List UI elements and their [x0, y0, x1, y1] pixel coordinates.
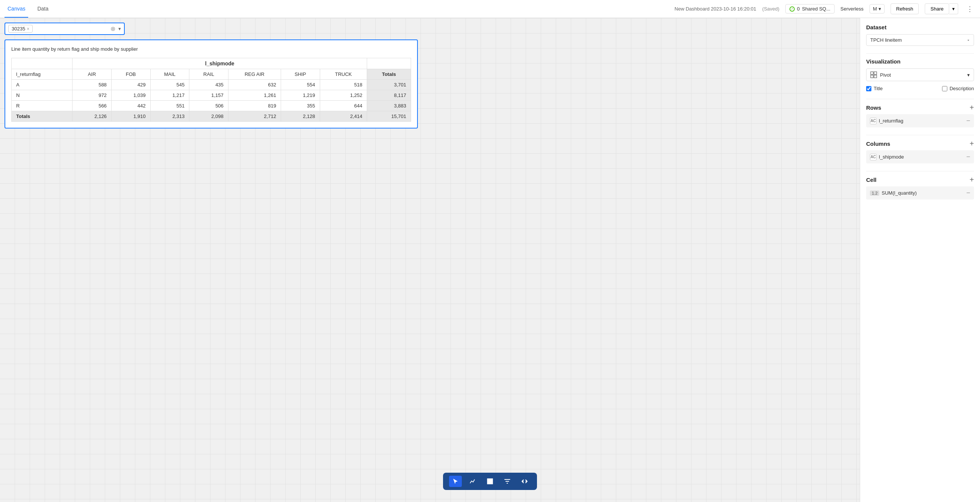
col-span-header: l_shipmode: [73, 58, 367, 69]
status-name: Shared SQ...: [802, 6, 830, 12]
data-cell: 3,883: [367, 101, 411, 111]
data-cell: 1,252: [320, 90, 367, 101]
col-header-row: l_shipmode: [12, 58, 411, 69]
cell-title: Cell: [866, 176, 877, 183]
dataset-section: Dataset TPCH lineitem: [866, 24, 974, 46]
select-tool-button[interactable]: [449, 476, 462, 487]
title-checkbox[interactable]: [866, 86, 872, 91]
dashboard-title: New Dashboard 2023-10-16 16:20:01: [675, 6, 756, 12]
share-button[interactable]: Share: [925, 3, 949, 14]
columns-title: Columns: [866, 141, 890, 147]
code-icon: [521, 478, 528, 485]
status-count: 0: [797, 6, 800, 12]
cell-badge: 1.2: [870, 191, 879, 196]
table-tool-button[interactable]: [484, 476, 496, 487]
svg-rect-0: [871, 72, 873, 75]
columns-remove-button[interactable]: −: [966, 153, 970, 161]
rows-title: Rows: [866, 105, 881, 111]
data-cell: 545: [150, 79, 189, 90]
columns-item-label: AC l_shipmode: [870, 154, 904, 160]
data-cell: 1,261: [228, 90, 281, 101]
data-cell: 554: [281, 79, 320, 90]
table-icon: [487, 478, 493, 485]
rows-header: Rows +: [866, 104, 974, 111]
description-label: Description: [950, 86, 974, 91]
rows-add-button[interactable]: +: [969, 104, 974, 111]
filter-arrow-icon[interactable]: ▾: [118, 26, 121, 32]
row-label-cell: N: [12, 90, 73, 101]
data-cell: 1,219: [281, 90, 320, 101]
rows-item-0: AC l_returnflag −: [866, 114, 974, 127]
tab-canvas[interactable]: Canvas: [5, 0, 28, 17]
data-cell: 644: [320, 101, 367, 111]
totals-label-cell: Totals: [12, 111, 73, 122]
more-options-button[interactable]: ⋮: [964, 3, 975, 15]
totals-data-cell: 2,414: [320, 111, 367, 122]
data-cell: 1,217: [150, 90, 189, 101]
description-checkbox[interactable]: [942, 86, 947, 91]
filter-tag-close-icon[interactable]: ×: [27, 26, 29, 32]
svg-rect-3: [874, 75, 877, 78]
filter-clear-icon[interactable]: ⊗: [110, 25, 115, 32]
filter-icon: [504, 478, 511, 485]
bottom-toolbar: [443, 473, 537, 490]
totals-data-cell: 15,701: [367, 111, 411, 122]
data-cell: 551: [150, 101, 189, 111]
columns-add-button[interactable]: +: [969, 140, 974, 147]
serverless-label: Serverless: [841, 6, 864, 12]
status-indicator[interactable]: 0 Shared SQ...: [785, 4, 834, 14]
filter-bar[interactable]: 30235 × ⊗ ▾: [5, 22, 125, 35]
pivot-icon: [870, 71, 877, 78]
divider-4: [866, 171, 974, 172]
status-dot-icon: [789, 6, 795, 12]
data-cell: 1,157: [189, 90, 229, 101]
totals-data-cell: 2,712: [228, 111, 281, 122]
cell-remove-button[interactable]: −: [966, 189, 970, 197]
title-checkbox-wrap: Title: [866, 86, 883, 91]
col-truck: TRUCK: [320, 69, 367, 79]
visualization-title: Visualization: [866, 58, 974, 65]
rows-item-text: l_returnflag: [879, 118, 904, 124]
dataset-title: Dataset: [866, 24, 974, 30]
chart-tool-button[interactable]: [466, 476, 479, 487]
table-row: R5664425515068193556443,883: [12, 101, 411, 111]
rows-type-icon: AC: [870, 118, 877, 124]
right-panel: Dataset TPCH lineitem Visualization Pivo…: [860, 18, 980, 502]
table-row: N9721,0391,2171,1571,2611,2191,2528,117: [12, 90, 411, 101]
data-cell: 632: [228, 79, 281, 90]
title-label: Title: [873, 86, 883, 91]
totals-data-cell: 2,128: [281, 111, 320, 122]
columns-section: Columns + AC l_shipmode −: [866, 140, 974, 164]
m-value: M: [873, 6, 877, 12]
data-cell: 8,117: [367, 90, 411, 101]
share-arrow-button[interactable]: ▾: [949, 3, 958, 14]
tab-data[interactable]: Data: [34, 0, 51, 17]
canvas-area[interactable]: 30235 × ⊗ ▾ Line item quantity by return…: [0, 18, 860, 502]
viz-type-select[interactable]: Pivot ▾: [866, 68, 974, 81]
main-layout: 30235 × ⊗ ▾ Line item quantity by return…: [0, 18, 980, 502]
code-tool-button[interactable]: [518, 476, 531, 487]
data-cell: 435: [189, 79, 229, 90]
columns-type-icon: AC: [870, 154, 877, 160]
divider-2: [866, 99, 974, 99]
refresh-button[interactable]: Refresh: [891, 3, 919, 14]
table-row: A5884295454356325545183,701: [12, 79, 411, 90]
cell-add-button[interactable]: +: [969, 176, 974, 183]
data-cell: 429: [111, 79, 150, 90]
filter-tool-button[interactable]: [501, 476, 514, 487]
dataset-select[interactable]: TPCH lineitem: [866, 34, 974, 46]
rows-remove-button[interactable]: −: [966, 117, 970, 125]
filter-tag: 30235 ×: [8, 25, 33, 33]
data-cell: 3,701: [367, 79, 411, 90]
row-label-cell: A: [12, 79, 73, 90]
totals-data-cell: 2,313: [150, 111, 189, 122]
data-cell: 518: [320, 79, 367, 90]
row-label-cell: R: [12, 101, 73, 111]
divider-1: [866, 53, 974, 54]
svg-rect-2: [871, 75, 873, 78]
totals-data-cell: 2,126: [73, 111, 111, 122]
data-cell: 819: [228, 101, 281, 111]
m-select[interactable]: M ▾: [870, 4, 885, 14]
viz-type-label: Pivot: [880, 72, 891, 78]
col-fob: FOB: [111, 69, 150, 79]
